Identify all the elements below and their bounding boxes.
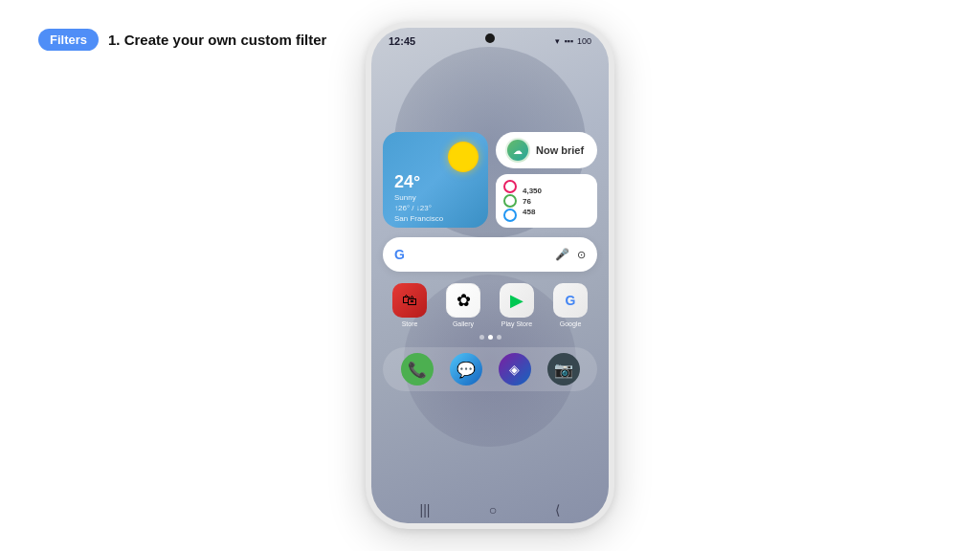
now-brief-label: Now brief [536, 144, 584, 156]
weather-temperature: 24° [394, 172, 477, 192]
stats-circle-green [503, 194, 517, 208]
stats-circle-pink [503, 180, 517, 193]
store-app-icon: 🛍 [392, 283, 427, 318]
stats-num-1: 4,350 [523, 187, 542, 195]
phone-screen: 12:45 ▾ ▪▪▪ 100 24° Sunny ↑26° / ↓23° [371, 28, 609, 523]
home-screen: 24° Sunny ↑26° / ↓23° San Francisco ☁ [371, 51, 609, 496]
stats-widget[interactable]: 4,350 76 458 [496, 174, 597, 228]
play-store-icon: ▶ [510, 290, 523, 311]
google-search-bar[interactable]: G 🎤 ⊙ [383, 237, 597, 272]
battery-icon: 100 [577, 36, 591, 46]
header: Filters 1. Create your own custom filter [38, 29, 326, 51]
widgets-row: 24° Sunny ↑26° / ↓23° San Francisco ☁ [383, 132, 597, 228]
app-icons-row: 🛍 Store ✿ Gallery ▶ Play Store [383, 283, 597, 327]
gallery-app-icon: ✿ [446, 283, 480, 318]
list-item[interactable]: G Google [553, 283, 588, 327]
google-app-icon-symbol: G [566, 293, 576, 308]
camera-icon: 📷 [554, 361, 573, 379]
page-dots [383, 335, 597, 340]
play-store-app-label: Play Store [501, 320, 532, 327]
stats-num-2: 76 [523, 197, 542, 206]
list-item[interactable]: 🛍 Store [392, 283, 427, 327]
stats-numbers: 4,350 76 458 [523, 187, 542, 216]
gallery-app-label: Gallery [453, 320, 474, 327]
lens-icon[interactable]: ⊙ [577, 249, 586, 261]
messages-dock-icon[interactable]: 💬 [450, 353, 482, 386]
bixby-dock-icon[interactable]: ◈ [499, 353, 531, 386]
right-widgets: ☁ Now brief 4,350 [496, 132, 597, 228]
google-app-icon: G [553, 283, 588, 318]
google-app-label: Google [560, 320, 582, 327]
filters-badge[interactable]: Filters [38, 29, 99, 51]
page-dot-2-active [488, 335, 493, 340]
weather-description: Sunny ↑26° / ↓23° San Francisco [394, 192, 477, 225]
phone-call-icon: 📞 [408, 361, 427, 379]
app-dock: 📞 💬 ◈ 📷 [383, 347, 597, 391]
now-brief-icon-inner: ☁ [507, 140, 528, 161]
list-item[interactable]: ▶ Play Store [500, 283, 534, 327]
weather-widget[interactable]: 24° Sunny ↑26° / ↓23° San Francisco [383, 132, 488, 228]
status-bar: 12:45 ▾ ▪▪▪ 100 [371, 28, 609, 51]
store-icon: 🛍 [402, 292, 417, 309]
wifi-icon: ▾ [555, 36, 560, 46]
home-nav-icon[interactable]: ○ [489, 502, 497, 518]
camera-dock-icon[interactable]: 📷 [547, 353, 580, 386]
page-dot-3 [497, 335, 501, 340]
now-brief-icon: ☁ [505, 138, 530, 163]
phone-frame: 12:45 ▾ ▪▪▪ 100 24° Sunny ↑26° / ↓23° [366, 22, 614, 529]
now-brief-symbol: ☁ [513, 145, 523, 156]
page-dot-1 [479, 335, 484, 340]
stats-num-3: 458 [523, 208, 542, 216]
gallery-icon: ✿ [457, 290, 471, 311]
status-time: 12:45 [389, 35, 415, 47]
header-step-text: 1. Create your own custom filter [108, 32, 326, 48]
navigation-bar: ||| ○ ⟨ [371, 496, 609, 523]
back-nav-icon[interactable]: ⟨ [555, 502, 560, 518]
sun-icon [448, 142, 479, 172]
play-store-app-icon: ▶ [500, 283, 534, 318]
messages-icon: 💬 [457, 361, 476, 379]
bixby-icon: ◈ [509, 362, 520, 377]
google-logo: G [394, 247, 405, 262]
stats-circle-blue [503, 209, 517, 222]
microphone-icon[interactable]: 🎤 [555, 248, 569, 261]
signal-icon: ▪▪▪ [564, 36, 573, 46]
status-icons: ▾ ▪▪▪ 100 [555, 36, 591, 46]
now-brief-widget[interactable]: ☁ Now brief [496, 132, 597, 168]
recents-nav-icon[interactable]: ||| [420, 502, 431, 518]
store-app-label: Store [402, 320, 418, 327]
stats-circles [503, 180, 517, 222]
phone-dock-icon[interactable]: 📞 [401, 353, 434, 386]
list-item[interactable]: ✿ Gallery [446, 283, 480, 327]
